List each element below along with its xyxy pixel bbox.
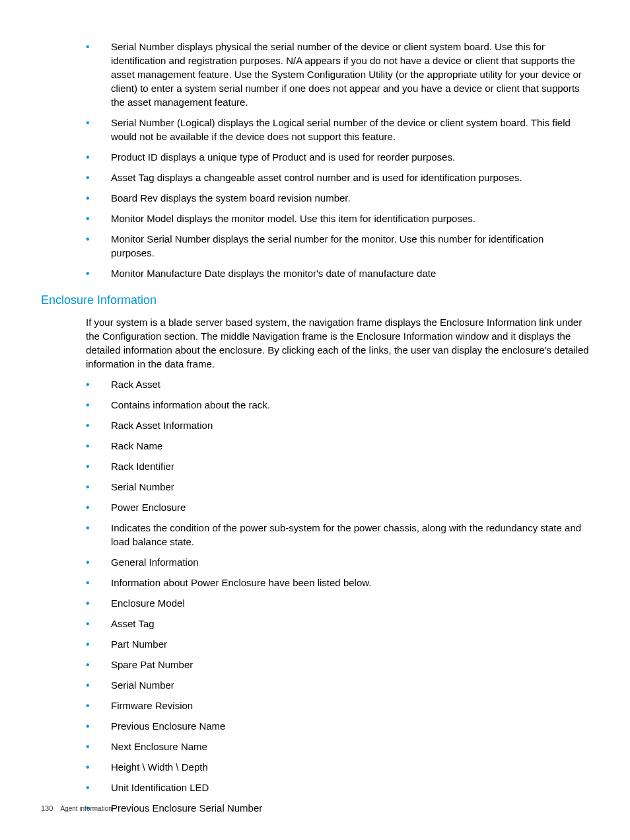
list-item: Next Enclosure Name	[86, 740, 589, 753]
list-item: Asset Tag	[86, 617, 589, 630]
list-item: Serial Number	[86, 678, 589, 692]
list-item: Previous Enclosure Name	[86, 719, 589, 733]
section-heading: Enclosure Information	[41, 292, 589, 309]
list-item: Unit Identification LED	[86, 781, 589, 794]
list-item: Firmware Revision	[86, 699, 589, 712]
footer-label: Agent information	[60, 805, 112, 812]
list-item: Height \ Width \ Depth	[86, 760, 589, 774]
list-item: Board Rev displays the system board revi…	[86, 191, 589, 205]
list-item: Serial Number (Logical) displays the Log…	[86, 116, 589, 143]
list-item: Rack Asset Information	[86, 418, 589, 432]
page-number: 130	[41, 804, 53, 812]
list-item: Spare Pat Number	[86, 658, 589, 671]
list-item: General Information	[86, 555, 589, 569]
list-item: Monitor Model displays the monitor model…	[86, 211, 589, 225]
list-item: Monitor Manufacture Date displays the mo…	[86, 266, 589, 280]
enclosure-bullet-list: Rack Asset Contains information about th…	[86, 377, 589, 815]
section-intro-text: If your system is a blade server based s…	[86, 315, 589, 371]
list-item: Serial Number	[86, 480, 589, 494]
list-item: Rack Asset	[86, 377, 589, 391]
list-item: Power Enclosure	[86, 500, 589, 514]
list-item: Previous Enclosure Serial Number	[86, 801, 589, 815]
list-item: Product ID displays a unique type of Pro…	[86, 150, 589, 164]
list-item: Indicates the condition of the power sub…	[86, 521, 589, 549]
list-item: Information about Power Enclosure have b…	[86, 576, 589, 590]
list-item: Rack Identifier	[86, 459, 589, 473]
list-item: Contains information about the rack.	[86, 398, 589, 412]
list-item: Monitor Serial Number displays the seria…	[86, 232, 589, 260]
list-item: Part Number	[86, 637, 589, 651]
page-footer: 130 Agent information	[41, 804, 112, 814]
list-item: Enclosure Model	[86, 596, 589, 610]
list-item: Serial Number displays physical the seri…	[86, 40, 589, 109]
list-item: Rack Name	[86, 439, 589, 453]
list-item: Asset Tag displays a changeable asset co…	[86, 171, 589, 184]
top-bullet-list: Serial Number displays physical the seri…	[86, 40, 589, 280]
